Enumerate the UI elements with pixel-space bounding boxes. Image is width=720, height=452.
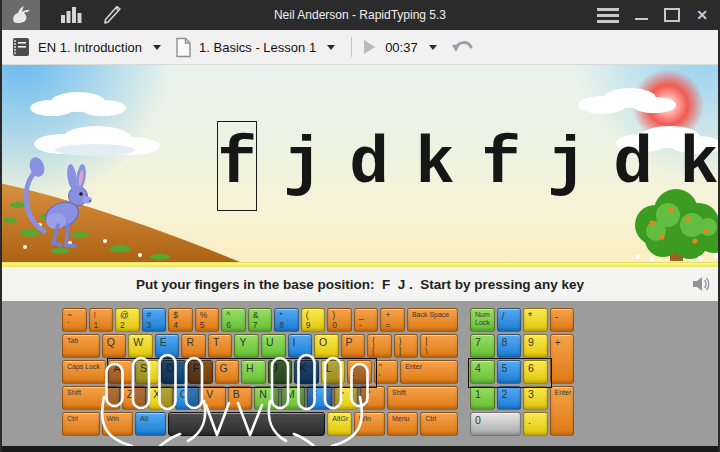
key-capslock[interactable]: Caps Lock (62, 360, 106, 384)
keyboard-row-5: CtrlWinAltAltGrWinMenuCtrl (62, 412, 460, 436)
key-space[interactable] (168, 412, 325, 436)
key-g[interactable]: G (215, 360, 240, 384)
key-3[interactable]: #3 (142, 308, 167, 332)
key-win-left[interactable]: Win (102, 412, 133, 436)
key-period[interactable]: >. (334, 386, 359, 410)
key-np-0[interactable]: 0 (470, 412, 521, 436)
key-np-4[interactable]: 4 (470, 360, 495, 384)
lesson-char-4: f (468, 117, 534, 213)
key-p[interactable]: P (341, 334, 366, 358)
key-tab[interactable]: Tab (62, 334, 100, 358)
rabbit-icon (8, 4, 32, 26)
lesson-selector[interactable]: 1. Basics - Lesson 1 (175, 37, 335, 58)
key-x[interactable]: X (148, 386, 173, 410)
key-j[interactable]: J (268, 360, 293, 384)
window-bottom-edge (0, 446, 720, 452)
key-4[interactable]: $4 (168, 308, 193, 332)
key-s[interactable]: S (135, 360, 160, 384)
key-comma[interactable]: <, (307, 386, 332, 410)
key-ctrl-left[interactable]: Ctrl (62, 412, 100, 436)
key-backspace[interactable]: Back Space (407, 308, 458, 332)
key-np-6[interactable]: 6 (523, 360, 548, 384)
statistics-button[interactable] (60, 6, 82, 24)
key-np-1[interactable]: 1 (470, 386, 495, 410)
key-bracket-left[interactable]: {[ (367, 334, 392, 358)
key-alt[interactable]: Alt (135, 412, 166, 436)
volume-icon[interactable] (692, 275, 712, 293)
key-w[interactable]: W (128, 334, 153, 358)
undo-button[interactable] (451, 39, 475, 56)
key-shift-left[interactable]: Shift (62, 386, 120, 410)
key-ctrl-right[interactable]: Ctrl (420, 412, 458, 436)
close-button[interactable]: ✕ (696, 8, 708, 22)
key-r[interactable]: R (181, 334, 206, 358)
key-menu[interactable]: Menu (387, 412, 418, 436)
key-numlock[interactable]: Num Lock (470, 308, 495, 332)
key-np-9[interactable]: 9 (523, 334, 548, 358)
key-np-3[interactable]: 3 (523, 386, 548, 410)
key-t[interactable]: T (208, 334, 233, 358)
key-k[interactable]: K (294, 360, 319, 384)
chevron-down-icon (327, 45, 335, 50)
key-u[interactable]: U (261, 334, 286, 358)
minimize-button[interactable] (635, 18, 648, 20)
toolbar: EN 1. Introduction 1. Basics - Lesson 1 … (0, 30, 720, 65)
key-z[interactable]: Z (122, 386, 147, 410)
key-y[interactable]: Y (234, 334, 259, 358)
key-np-minus[interactable]: - (550, 308, 575, 332)
key-np-enter[interactable]: Enter (550, 386, 575, 436)
maximize-button[interactable] (664, 8, 680, 22)
key-equals[interactable]: += (380, 308, 405, 332)
key-n[interactable]: N (254, 386, 279, 410)
hamburger-menu-button[interactable] (597, 8, 619, 23)
key-np-7[interactable]: 7 (470, 334, 495, 358)
key-b[interactable]: B (228, 386, 253, 410)
key-np-8[interactable]: 8 (497, 334, 522, 358)
key-8[interactable]: *8 (274, 308, 299, 332)
course-selector[interactable]: EN 1. Introduction (10, 36, 161, 58)
key-np-divide[interactable]: / (497, 308, 522, 332)
key-9[interactable]: (9 (301, 308, 326, 332)
key-quote[interactable]: "' (374, 360, 399, 384)
key-c[interactable]: C (175, 386, 200, 410)
key-enter[interactable]: Enter (400, 360, 458, 384)
key-h[interactable]: H (241, 360, 266, 384)
key-a[interactable]: A (108, 360, 133, 384)
key-2[interactable]: @2 (115, 308, 140, 332)
key-altgr[interactable]: AltGr (327, 412, 352, 436)
key-bracket-right[interactable]: }] (394, 334, 419, 358)
key-6[interactable]: ^6 (221, 308, 246, 332)
key-np-multiply[interactable]: * (523, 308, 548, 332)
key-np-period[interactable]: . (523, 412, 548, 436)
key-v[interactable]: V (201, 386, 226, 410)
key-minus[interactable]: _- (354, 308, 379, 332)
key-np-2[interactable]: 2 (497, 386, 522, 410)
key-i[interactable]: I (288, 334, 313, 358)
timer-dropdown[interactable]: 00:37 (385, 40, 437, 55)
rapidtyping-logo-button[interactable] (0, 0, 40, 30)
key-o[interactable]: O (314, 334, 339, 358)
key-0[interactable]: )0 (327, 308, 352, 332)
key-d[interactable]: D (161, 360, 186, 384)
chevron-down-icon (429, 45, 437, 50)
key-e[interactable]: E (155, 334, 180, 358)
key-win-right[interactable]: Win (354, 412, 385, 436)
lesson-text: fjdkfjdk (204, 117, 720, 213)
key-f[interactable]: F (188, 360, 213, 384)
key-5[interactable]: %5 (195, 308, 220, 332)
key-semicolon[interactable]: :; (347, 360, 372, 384)
key-shift-right[interactable]: Shift (387, 386, 458, 410)
key-q[interactable]: Q (102, 334, 127, 358)
key-np-plus[interactable]: + (550, 334, 575, 384)
lesson-editor-button[interactable] (102, 5, 124, 25)
key-grave[interactable]: ~` (62, 308, 87, 332)
key-slash[interactable]: ?/ (360, 386, 385, 410)
key-backslash[interactable]: |\ (420, 334, 458, 358)
key-m[interactable]: M (281, 386, 306, 410)
key-7[interactable]: &7 (248, 308, 273, 332)
key-l[interactable]: L (321, 360, 346, 384)
key-np-5[interactable]: 5 (497, 360, 522, 384)
play-button[interactable] (364, 40, 375, 54)
key-1[interactable]: !1 (89, 308, 114, 332)
cloud-left (30, 92, 160, 156)
